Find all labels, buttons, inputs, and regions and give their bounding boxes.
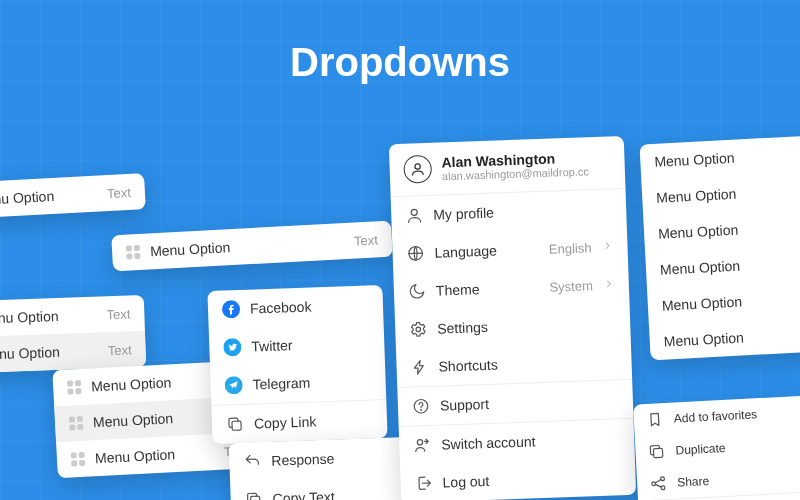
- svg-point-6: [411, 209, 417, 215]
- gear-icon: [409, 320, 428, 339]
- share-icon: [649, 474, 668, 493]
- chevron-right-icon: [603, 276, 616, 292]
- dropdown-simple-1: Menu Option Text: [0, 173, 146, 219]
- menu-hint: Text: [354, 232, 379, 248]
- menu-option-label: Menu Option: [654, 150, 735, 170]
- grid-icon: [67, 380, 82, 395]
- item-label: Shortcuts: [438, 357, 498, 375]
- svg-point-5: [415, 164, 421, 170]
- menu-option-label: Menu Option: [656, 186, 737, 206]
- copy-icon: [244, 490, 263, 500]
- menu-option-item[interactable]: Menu Option Text: [111, 221, 393, 272]
- menu-option-label: Menu Option: [150, 239, 231, 259]
- share-label: Facebook: [250, 298, 312, 316]
- item-value: System: [549, 278, 593, 295]
- dropdown-wide: Menu Option Text: [111, 221, 393, 272]
- grid-icon: [126, 245, 141, 260]
- share-label: Telegram: [252, 375, 310, 393]
- item-label: Settings: [437, 319, 488, 337]
- dropdown-simple-2: Menu Option Text Menu Option Text: [0, 295, 146, 373]
- menu-option-label: Menu Option: [662, 293, 743, 313]
- grid-icon: [71, 452, 86, 467]
- dropdown-actions: Response Copy Text: [229, 437, 412, 500]
- logout-icon: [414, 474, 433, 493]
- menu-option-item[interactable]: Menu Option Text: [0, 173, 146, 219]
- dropdown-context: Add to favorites Duplicate Share Export …: [633, 396, 800, 500]
- item-label: Share: [677, 474, 710, 490]
- share-twitter[interactable]: Twitter: [209, 323, 385, 367]
- dropdown-share: Facebook Twitter Telegram Copy Link: [207, 285, 387, 444]
- share-copy-link[interactable]: Copy Link: [211, 400, 387, 444]
- share-telegram[interactable]: Telegram: [210, 361, 386, 405]
- item-label: Support: [440, 396, 490, 414]
- svg-rect-3: [232, 421, 241, 430]
- help-icon: [412, 397, 431, 416]
- twitter-icon: [223, 338, 242, 357]
- svg-point-8: [416, 327, 421, 332]
- item-label: Theme: [436, 281, 480, 299]
- duplicate-icon: [647, 442, 666, 461]
- menu-hint: Text: [106, 306, 130, 322]
- svg-rect-12: [653, 448, 662, 457]
- svg-point-15: [661, 486, 665, 490]
- bookmark-icon: [645, 410, 664, 429]
- share-label: Copy Link: [254, 413, 317, 431]
- profile-header: Alan Washington alan.washington@maildrop…: [389, 136, 626, 196]
- facebook-icon: [222, 300, 241, 319]
- svg-rect-4: [251, 496, 260, 500]
- user-icon: [405, 206, 424, 225]
- page-title: Dropdowns: [290, 40, 510, 85]
- item-label: Duplicate: [675, 441, 726, 458]
- menu-option-label: Menu Option: [660, 258, 741, 278]
- menu-option-label: Menu Option: [0, 308, 59, 327]
- action-label: Copy Text: [272, 489, 335, 500]
- menu-option-item[interactable]: Menu Option: [649, 315, 800, 360]
- share-facebook[interactable]: Facebook: [207, 285, 383, 329]
- item-label: Add to favorites: [673, 407, 757, 425]
- menu-option-label: Menu Option: [0, 188, 55, 208]
- dropdown-profile: Alan Washington alan.washington@maildrop…: [389, 136, 636, 500]
- switch-account-icon: [413, 436, 432, 455]
- menu-option-label: Menu Option: [91, 374, 172, 394]
- chevron-right-icon: [601, 238, 614, 254]
- item-value: English: [549, 240, 592, 256]
- globe-icon: [406, 244, 425, 263]
- item-label: Language: [434, 243, 497, 261]
- item-label: Switch account: [441, 433, 536, 452]
- action-response[interactable]: Response: [229, 437, 410, 481]
- reply-icon: [243, 452, 262, 471]
- menu-option-label: Menu Option: [95, 446, 176, 466]
- svg-point-11: [417, 440, 422, 445]
- menu-option-label: Menu Option: [658, 222, 739, 242]
- item-label: My profile: [433, 205, 494, 223]
- menu-hint: Text: [107, 342, 131, 358]
- copy-icon: [226, 415, 245, 434]
- menu-option-label: Menu Option: [93, 410, 174, 430]
- menu-hint: Text: [107, 184, 132, 200]
- action-label: Response: [271, 450, 335, 468]
- share-label: Twitter: [251, 337, 293, 354]
- grid-icon: [69, 416, 84, 431]
- moon-icon: [408, 282, 427, 301]
- avatar-icon: [403, 155, 432, 184]
- dropdown-plain: Menu Option Menu Option Menu Option Menu…: [639, 136, 800, 361]
- svg-point-10: [421, 410, 422, 411]
- menu-option-label: Menu Option: [663, 329, 744, 349]
- item-label: Log out: [442, 473, 489, 491]
- bolt-icon: [410, 358, 429, 377]
- profile-log-out[interactable]: Log out: [400, 457, 636, 500]
- menu-option-label: Menu Option: [0, 344, 60, 363]
- telegram-icon: [224, 376, 243, 395]
